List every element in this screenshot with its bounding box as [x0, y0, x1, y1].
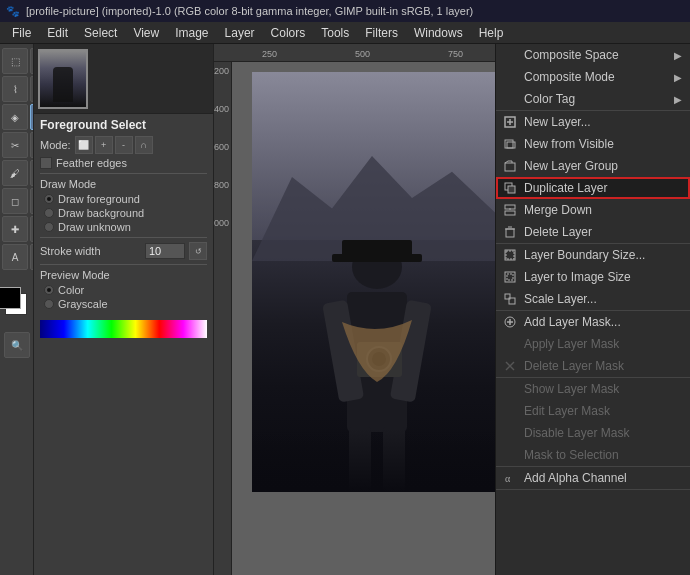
ctx-composite-space-arrow: ▶	[674, 50, 682, 61]
ctx-color-tag[interactable]: Color Tag ▶	[496, 88, 690, 110]
svg-rect-19	[508, 186, 515, 193]
ctx-layer-group-label: New Layer Group	[524, 159, 618, 173]
mode-subtract[interactable]: -	[115, 136, 133, 154]
sep3	[40, 264, 207, 265]
ruler-left-neg400: -400	[214, 104, 229, 114]
preview-grayscale-option[interactable]: Grayscale	[44, 298, 207, 310]
draw-bg-option[interactable]: Draw background	[44, 207, 207, 219]
ctx-apply-mask-label: Apply Layer Mask	[524, 337, 619, 351]
ctx-new-layer-label: New Layer...	[524, 115, 591, 129]
ctx-layer-imgsize-label: Layer to Image Size	[524, 270, 631, 284]
tool-eraser[interactable]: ◻	[2, 188, 28, 214]
tool-text[interactable]: A	[2, 244, 28, 270]
ctx-new-visible-label: New from Visible	[524, 137, 614, 151]
tool-by-color[interactable]: ◈	[2, 104, 28, 130]
preview-color-option[interactable]: Color	[44, 284, 207, 296]
ctx-del-mask-icon	[502, 358, 518, 374]
draw-fg-option[interactable]: Draw foreground	[44, 193, 207, 205]
tool-heal[interactable]: ✚	[2, 216, 28, 242]
ctx-section-composite: Composite Space ▶ Composite Mode ▶ Color…	[496, 44, 690, 111]
color-swatches[interactable]	[0, 287, 34, 315]
stroke-reset[interactable]: ↺	[189, 242, 207, 260]
foreground-color[interactable]	[0, 287, 21, 309]
tool-options-panel: Foreground Select Mode: ⬜ + - ∩ Feather …	[34, 114, 213, 575]
svg-rect-4	[332, 254, 422, 262]
ctx-mask-to-sel-label: Mask to Selection	[524, 448, 619, 462]
zoom-tool[interactable]: 🔍	[4, 332, 30, 358]
preview-color-radio[interactable]	[44, 285, 54, 295]
draw-unknown-option[interactable]: Draw unknown	[44, 221, 207, 233]
ctx-delete-icon	[502, 224, 518, 240]
menu-tools[interactable]: Tools	[313, 24, 357, 42]
canvas-viewport[interactable]	[232, 62, 495, 575]
canvas-area: 250 500 750 -200 -400 -600 -800 -1000	[214, 44, 495, 575]
image-thumbnail[interactable]	[38, 49, 88, 109]
ctx-duplicate-layer[interactable]: Duplicate Layer	[496, 177, 690, 199]
ctx-new-layer[interactable]: New Layer...	[496, 111, 690, 133]
ctx-merge-icon	[502, 202, 518, 218]
ctx-new-from-visible[interactable]: New from Visible	[496, 133, 690, 155]
ctx-composite-space[interactable]: Composite Space ▶	[496, 44, 690, 66]
feather-label: Feather edges	[56, 157, 127, 169]
svg-rect-23	[506, 229, 514, 237]
svg-rect-21	[505, 211, 515, 215]
tool-scissors[interactable]: ✂	[2, 132, 28, 158]
tool-free-select[interactable]: ⌇	[2, 76, 28, 102]
ctx-merge-down[interactable]: Merge Down	[496, 199, 690, 221]
draw-fg-label: Draw foreground	[58, 193, 140, 205]
ctx-new-layer-group[interactable]: New Layer Group	[496, 155, 690, 177]
ctx-add-alpha[interactable]: α Add Alpha Channel	[496, 467, 690, 489]
menu-bar: File Edit Select View Image Layer Colors…	[0, 22, 690, 44]
ctx-scale-layer[interactable]: Scale Layer...	[496, 288, 690, 310]
ctx-duplicate-label: Duplicate Layer	[524, 181, 607, 195]
svg-rect-16	[507, 142, 515, 148]
menu-image[interactable]: Image	[167, 24, 216, 42]
preview-mode-label: Preview Mode	[40, 269, 207, 281]
ctx-composite-mode[interactable]: Composite Mode ▶	[496, 66, 690, 88]
ruler-top: 250 500 750	[214, 44, 495, 62]
ctx-composite-mode-label: Composite Mode	[524, 70, 615, 84]
stroke-input[interactable]	[145, 243, 185, 259]
preview-grayscale-radio[interactable]	[44, 299, 54, 309]
ruler-left-neg200: -200	[214, 66, 229, 76]
ctx-layer-to-image[interactable]: Layer to Image Size	[496, 266, 690, 288]
ctx-boundary-size[interactable]: Layer Boundary Size...	[496, 244, 690, 266]
stroke-row: Stroke width ↺	[40, 242, 207, 260]
draw-bg-radio[interactable]	[44, 208, 54, 218]
ctx-scale-label: Scale Layer...	[524, 292, 597, 306]
feather-checkbox[interactable]	[40, 157, 52, 169]
mode-intersect[interactable]: ∩	[135, 136, 153, 154]
ctx-section-masks: Add Layer Mask... Apply Layer Mask Delet…	[496, 311, 690, 378]
draw-unknown-radio[interactable]	[44, 222, 54, 232]
ctx-boundary-label: Layer Boundary Size...	[524, 248, 645, 262]
ctx-edit-mask: Edit Layer Mask	[496, 400, 690, 422]
menu-file[interactable]: File	[4, 24, 39, 42]
mode-add[interactable]: +	[95, 136, 113, 154]
ctx-add-mask[interactable]: Add Layer Mask...	[496, 311, 690, 333]
menu-edit[interactable]: Edit	[39, 24, 76, 42]
preview-mode-group: Color Grayscale	[44, 284, 207, 310]
stroke-label: Stroke width	[40, 245, 141, 257]
ctx-section-size: Layer Boundary Size... Layer to Image Si…	[496, 244, 690, 311]
tool-paintbrush[interactable]: 🖌	[2, 160, 28, 186]
mode-replace[interactable]: ⬜	[75, 136, 93, 154]
ctx-delete-layer[interactable]: Delete Layer	[496, 221, 690, 243]
ctx-color-tag-label: Color Tag	[524, 92, 575, 106]
menu-windows[interactable]: Windows	[406, 24, 471, 42]
ctx-edit-mask-label: Edit Layer Mask	[524, 404, 610, 418]
ctx-duplicate-icon	[502, 180, 518, 196]
draw-fg-radio[interactable]	[44, 194, 54, 204]
menu-view[interactable]: View	[125, 24, 167, 42]
menu-layer[interactable]: Layer	[217, 24, 263, 42]
menu-select[interactable]: Select	[76, 24, 125, 42]
menu-colors[interactable]: Colors	[263, 24, 314, 42]
ctx-new-visible-icon	[502, 136, 518, 152]
sep1	[40, 173, 207, 174]
menu-help[interactable]: Help	[471, 24, 512, 42]
menu-filters[interactable]: Filters	[357, 24, 406, 42]
ctx-disable-mask-label: Disable Layer Mask	[524, 426, 629, 440]
svg-text:α: α	[505, 473, 511, 484]
ctx-show-mask: Show Layer Mask	[496, 378, 690, 400]
window-title: [profile-picture] (imported)-1.0 (RGB co…	[26, 5, 473, 17]
tool-rect-select[interactable]: ⬚	[2, 48, 28, 74]
